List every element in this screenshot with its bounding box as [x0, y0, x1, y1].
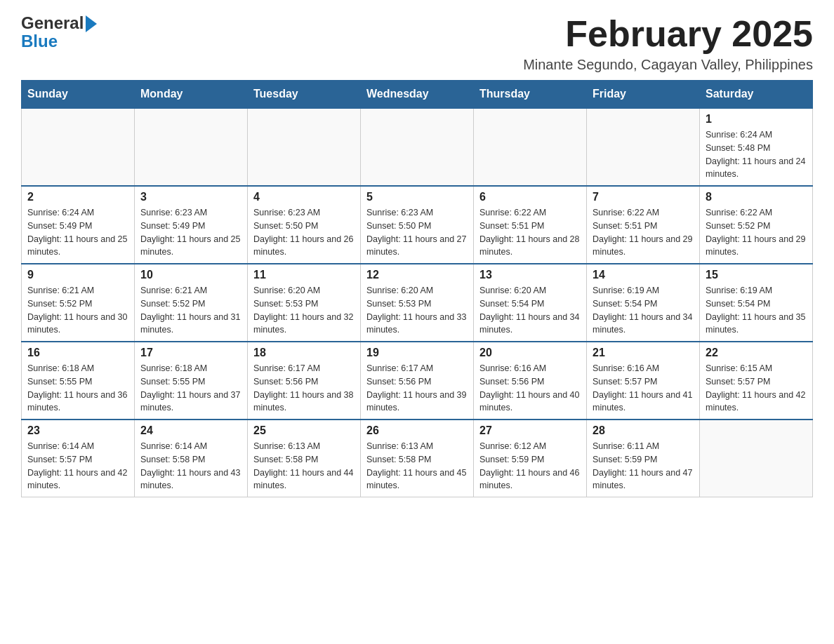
location-subtitle: Minante Segundo, Cagayan Valley, Philipp… [523, 57, 813, 73]
calendar-cell [248, 108, 361, 186]
calendar-cell: 22Sunrise: 6:15 AMSunset: 5:57 PMDayligh… [700, 342, 813, 420]
day-info: Sunrise: 6:13 AMSunset: 5:58 PMDaylight:… [366, 440, 468, 492]
calendar-cell: 27Sunrise: 6:12 AMSunset: 5:59 PMDayligh… [474, 420, 587, 497]
calendar-cell [587, 108, 700, 186]
calendar-table: SundayMondayTuesdayWednesdayThursdayFrid… [21, 80, 813, 497]
day-number: 5 [366, 191, 468, 203]
calendar-cell: 11Sunrise: 6:20 AMSunset: 5:53 PMDayligh… [248, 264, 361, 342]
day-info: Sunrise: 6:12 AMSunset: 5:59 PMDaylight:… [479, 440, 581, 492]
logo-arrow-icon [86, 15, 97, 32]
calendar-cell: 13Sunrise: 6:20 AMSunset: 5:54 PMDayligh… [474, 264, 587, 342]
day-number: 2 [27, 191, 128, 203]
day-info: Sunrise: 6:23 AMSunset: 5:49 PMDaylight:… [140, 206, 241, 259]
weekday-header-wednesday: Wednesday [361, 81, 474, 109]
day-number: 21 [593, 347, 694, 359]
day-number: 20 [479, 347, 581, 359]
calendar-week-row: 1Sunrise: 6:24 AMSunset: 5:48 PMDaylight… [22, 108, 813, 186]
day-info: Sunrise: 6:11 AMSunset: 5:59 PMDaylight:… [593, 440, 694, 492]
day-info: Sunrise: 6:13 AMSunset: 5:58 PMDaylight:… [253, 440, 355, 492]
calendar-cell: 12Sunrise: 6:20 AMSunset: 5:53 PMDayligh… [361, 264, 474, 342]
logo-general: General [21, 14, 84, 32]
day-info: Sunrise: 6:23 AMSunset: 5:50 PMDaylight:… [253, 206, 355, 259]
calendar-cell: 7Sunrise: 6:22 AMSunset: 5:51 PMDaylight… [587, 186, 700, 264]
day-number: 15 [706, 269, 807, 281]
day-number: 9 [27, 269, 128, 281]
day-number: 28 [593, 424, 694, 437]
day-info: Sunrise: 6:22 AMSunset: 5:51 PMDaylight:… [479, 206, 581, 259]
calendar-cell: 28Sunrise: 6:11 AMSunset: 5:59 PMDayligh… [587, 420, 700, 497]
calendar-cell [135, 108, 248, 186]
day-info: Sunrise: 6:18 AMSunset: 5:55 PMDaylight:… [27, 362, 128, 415]
day-number: 27 [479, 424, 581, 437]
day-info: Sunrise: 6:22 AMSunset: 5:51 PMDaylight:… [593, 206, 694, 259]
calendar-cell [474, 108, 587, 186]
day-info: Sunrise: 6:22 AMSunset: 5:52 PMDaylight:… [706, 206, 807, 259]
calendar-cell: 18Sunrise: 6:17 AMSunset: 5:56 PMDayligh… [248, 342, 361, 420]
day-number: 14 [593, 269, 694, 281]
day-number: 7 [593, 191, 694, 203]
calendar-cell: 2Sunrise: 6:24 AMSunset: 5:49 PMDaylight… [22, 186, 135, 264]
day-info: Sunrise: 6:14 AMSunset: 5:57 PMDaylight:… [27, 440, 128, 492]
day-number: 17 [140, 347, 241, 359]
calendar-cell: 20Sunrise: 6:16 AMSunset: 5:56 PMDayligh… [474, 342, 587, 420]
day-number: 16 [27, 347, 128, 359]
calendar-cell: 21Sunrise: 6:16 AMSunset: 5:57 PMDayligh… [587, 342, 700, 420]
calendar-cell: 14Sunrise: 6:19 AMSunset: 5:54 PMDayligh… [587, 264, 700, 342]
calendar-cell: 19Sunrise: 6:17 AMSunset: 5:56 PMDayligh… [361, 342, 474, 420]
day-number: 12 [366, 269, 468, 281]
day-number: 22 [706, 347, 807, 359]
calendar-cell: 4Sunrise: 6:23 AMSunset: 5:50 PMDaylight… [248, 186, 361, 264]
calendar-cell: 15Sunrise: 6:19 AMSunset: 5:54 PMDayligh… [700, 264, 813, 342]
day-info: Sunrise: 6:19 AMSunset: 5:54 PMDaylight:… [706, 284, 807, 337]
day-info: Sunrise: 6:16 AMSunset: 5:56 PMDaylight:… [479, 362, 581, 415]
day-number: 23 [27, 424, 128, 437]
day-info: Sunrise: 6:19 AMSunset: 5:54 PMDaylight:… [593, 284, 694, 337]
weekday-header-saturday: Saturday [700, 81, 813, 109]
calendar-week-row: 2Sunrise: 6:24 AMSunset: 5:49 PMDaylight… [22, 186, 813, 264]
day-number: 1 [706, 113, 807, 126]
calendar-cell: 1Sunrise: 6:24 AMSunset: 5:48 PMDaylight… [700, 108, 813, 186]
weekday-header-sunday: Sunday [22, 81, 135, 109]
page-header: General Blue February 2025 Minante Segun… [21, 14, 813, 73]
day-number: 18 [253, 347, 355, 359]
weekday-header-thursday: Thursday [474, 81, 587, 109]
day-info: Sunrise: 6:24 AMSunset: 5:48 PMDaylight:… [706, 128, 807, 181]
calendar-cell [700, 420, 813, 497]
title-block: February 2025 Minante Segundo, Cagayan V… [523, 14, 813, 73]
day-number: 10 [140, 269, 241, 281]
calendar-cell: 24Sunrise: 6:14 AMSunset: 5:58 PMDayligh… [135, 420, 248, 497]
day-info: Sunrise: 6:17 AMSunset: 5:56 PMDaylight:… [366, 362, 468, 415]
calendar-cell: 3Sunrise: 6:23 AMSunset: 5:49 PMDaylight… [135, 186, 248, 264]
day-info: Sunrise: 6:20 AMSunset: 5:53 PMDaylight:… [366, 284, 468, 337]
day-info: Sunrise: 6:21 AMSunset: 5:52 PMDaylight:… [140, 284, 241, 337]
day-number: 24 [140, 424, 241, 437]
calendar-week-row: 9Sunrise: 6:21 AMSunset: 5:52 PMDaylight… [22, 264, 813, 342]
calendar-cell: 8Sunrise: 6:22 AMSunset: 5:52 PMDaylight… [700, 186, 813, 264]
calendar-cell: 17Sunrise: 6:18 AMSunset: 5:55 PMDayligh… [135, 342, 248, 420]
logo: General Blue [21, 14, 97, 51]
day-number: 3 [140, 191, 241, 203]
calendar-cell: 6Sunrise: 6:22 AMSunset: 5:51 PMDaylight… [474, 186, 587, 264]
day-number: 11 [253, 269, 355, 281]
calendar-cell [361, 108, 474, 186]
day-info: Sunrise: 6:21 AMSunset: 5:52 PMDaylight:… [27, 284, 128, 337]
calendar-week-row: 16Sunrise: 6:18 AMSunset: 5:55 PMDayligh… [22, 342, 813, 420]
day-info: Sunrise: 6:20 AMSunset: 5:53 PMDaylight:… [253, 284, 355, 337]
calendar-cell: 23Sunrise: 6:14 AMSunset: 5:57 PMDayligh… [22, 420, 135, 497]
calendar-cell [22, 108, 135, 186]
calendar-week-row: 23Sunrise: 6:14 AMSunset: 5:57 PMDayligh… [22, 420, 813, 497]
weekday-header-tuesday: Tuesday [248, 81, 361, 109]
day-number: 25 [253, 424, 355, 437]
day-info: Sunrise: 6:14 AMSunset: 5:58 PMDaylight:… [140, 440, 241, 492]
day-number: 19 [366, 347, 468, 359]
weekday-header-monday: Monday [135, 81, 248, 109]
day-info: Sunrise: 6:17 AMSunset: 5:56 PMDaylight:… [253, 362, 355, 415]
day-number: 26 [366, 424, 468, 437]
day-number: 8 [706, 191, 807, 203]
calendar-cell: 5Sunrise: 6:23 AMSunset: 5:50 PMDaylight… [361, 186, 474, 264]
day-info: Sunrise: 6:16 AMSunset: 5:57 PMDaylight:… [593, 362, 694, 415]
calendar-cell: 26Sunrise: 6:13 AMSunset: 5:58 PMDayligh… [361, 420, 474, 497]
day-info: Sunrise: 6:23 AMSunset: 5:50 PMDaylight:… [366, 206, 468, 259]
day-info: Sunrise: 6:20 AMSunset: 5:54 PMDaylight:… [479, 284, 581, 337]
calendar-cell: 10Sunrise: 6:21 AMSunset: 5:52 PMDayligh… [135, 264, 248, 342]
